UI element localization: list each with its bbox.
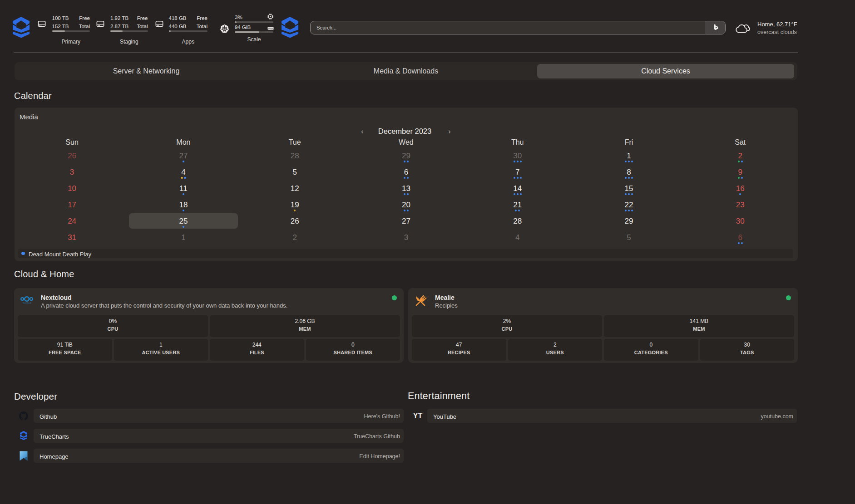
svg-text:Nextcloud: Nextcloud xyxy=(23,302,31,304)
